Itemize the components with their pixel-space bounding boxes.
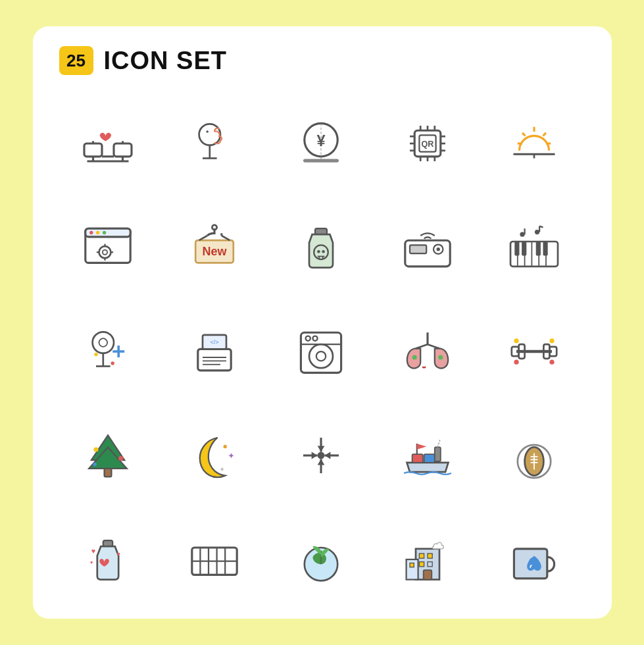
svg-point-93 xyxy=(305,336,310,341)
svg-text:✦: ✦ xyxy=(219,465,225,473)
svg-point-41 xyxy=(99,246,111,258)
svg-text:✦: ✦ xyxy=(227,452,234,461)
piano-keyboard-icon xyxy=(485,199,583,296)
svg-point-99 xyxy=(438,355,443,359)
svg-point-108 xyxy=(514,360,518,365)
svg-point-91 xyxy=(309,344,333,368)
svg-rect-154 xyxy=(428,554,432,558)
svg-point-107 xyxy=(549,338,554,343)
svg-text:</>: </> xyxy=(210,339,218,346)
svg-rect-69 xyxy=(514,242,519,256)
svg-rect-84 xyxy=(197,349,230,370)
svg-rect-158 xyxy=(423,570,432,579)
svg-rect-153 xyxy=(419,554,424,558)
svg-point-106 xyxy=(514,338,518,343)
radiator-icon xyxy=(166,511,263,608)
svg-rect-13 xyxy=(303,159,339,162)
svg-point-8 xyxy=(199,124,220,145)
svg-marker-123 xyxy=(317,459,324,465)
city-building-icon xyxy=(379,511,476,608)
svg-marker-125 xyxy=(311,452,317,459)
svg-text:♥: ♥ xyxy=(91,547,95,555)
wifi-radio-icon xyxy=(379,199,476,296)
svg-rect-128 xyxy=(412,454,422,463)
svg-rect-1 xyxy=(114,143,132,157)
svg-point-109 xyxy=(549,360,554,365)
svg-text:QR: QR xyxy=(421,140,433,149)
icons-grid: ¥ xyxy=(59,95,585,608)
svg-rect-70 xyxy=(522,242,526,256)
svg-point-42 xyxy=(102,250,107,255)
cargo-ship-icon xyxy=(379,407,476,504)
mental-health-icon xyxy=(59,303,157,400)
brain-head-icon xyxy=(166,95,263,192)
lungs-icon xyxy=(379,303,476,400)
dumbbell-icon xyxy=(485,303,583,400)
pine-tree-icon xyxy=(59,407,157,504)
sunrise-icon xyxy=(485,95,583,192)
svg-line-32 xyxy=(522,133,526,136)
water-mug-icon xyxy=(485,511,583,608)
svg-point-38 xyxy=(89,231,93,234)
svg-point-79 xyxy=(99,338,107,347)
svg-point-62 xyxy=(436,247,439,251)
svg-rect-129 xyxy=(424,454,434,463)
love-bottle-icon: ♥ ♥ ♥ xyxy=(59,511,157,608)
svg-point-115 xyxy=(93,463,96,466)
svg-rect-155 xyxy=(419,562,424,567)
svg-point-116 xyxy=(223,445,226,448)
svg-rect-0 xyxy=(84,143,102,157)
processor-chip-icon: QR xyxy=(379,95,476,192)
svg-text:New: New xyxy=(202,245,227,258)
main-card: 25 ICON SET xyxy=(33,26,612,619)
svg-text:¥: ¥ xyxy=(316,132,325,149)
svg-point-94 xyxy=(312,336,317,341)
svg-point-40 xyxy=(102,231,105,234)
new-tag-icon: New xyxy=(166,199,263,296)
svg-point-114 xyxy=(118,456,123,461)
web-settings-icon xyxy=(59,199,157,296)
svg-rect-90 xyxy=(301,332,341,373)
svg-text:♥: ♥ xyxy=(116,551,120,557)
rugby-ball-icon xyxy=(485,407,583,504)
svg-point-55 xyxy=(317,250,320,253)
svg-marker-132 xyxy=(416,444,426,450)
svg-text:♥: ♥ xyxy=(90,559,93,565)
svg-point-9 xyxy=(206,130,209,133)
svg-point-100 xyxy=(412,355,416,359)
svg-point-82 xyxy=(94,353,97,356)
svg-marker-127 xyxy=(324,452,330,459)
crescent-moon-icon: ✦ ✦ xyxy=(166,407,263,504)
yen-coin-icon: ¥ xyxy=(272,95,370,192)
svg-line-33 xyxy=(543,133,546,136)
svg-point-83 xyxy=(111,361,114,365)
svg-rect-152 xyxy=(406,559,418,580)
svg-rect-71 xyxy=(535,242,540,256)
svg-marker-121 xyxy=(317,446,324,452)
poison-bottle-icon xyxy=(272,199,370,296)
svg-rect-157 xyxy=(410,563,414,567)
washing-machine-icon xyxy=(272,303,370,400)
svg-point-113 xyxy=(93,447,98,452)
svg-point-119 xyxy=(317,452,324,459)
compress-arrows-icon xyxy=(272,407,370,504)
eco-earth-icon xyxy=(272,511,370,608)
svg-point-47 xyxy=(212,225,216,230)
love-cups-icon xyxy=(59,95,157,192)
header: 25 ICON SET xyxy=(59,46,227,75)
svg-rect-112 xyxy=(104,469,111,477)
svg-rect-72 xyxy=(543,242,547,256)
svg-point-39 xyxy=(96,231,99,234)
svg-point-78 xyxy=(92,332,113,353)
header-title: ICON SET xyxy=(104,47,227,75)
header-badge: 25 xyxy=(59,46,93,75)
svg-rect-130 xyxy=(434,447,440,461)
svg-point-56 xyxy=(322,250,325,253)
code-printer-icon: </> xyxy=(166,303,263,400)
svg-rect-60 xyxy=(410,245,426,253)
svg-point-92 xyxy=(316,351,325,361)
